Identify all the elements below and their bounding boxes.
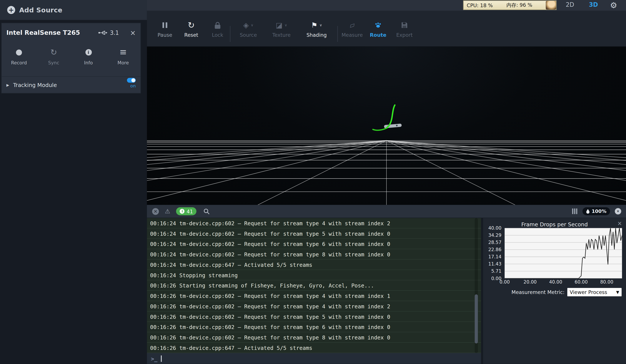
errors-filter-icon[interactable]: × — [152, 208, 159, 215]
y-tick-label: 34.29 — [488, 233, 501, 238]
export-button[interactable]: Export — [392, 20, 417, 38]
source-button[interactable]: ◈∨ Source — [235, 20, 261, 38]
shading-icon: ⚑ — [311, 22, 317, 29]
sync-label: Sync — [48, 60, 59, 66]
tab-2d[interactable]: 2D — [566, 1, 574, 8]
route-label: Route — [370, 32, 386, 38]
droplet-icon — [586, 209, 590, 214]
gear-icon[interactable]: ⚙ — [610, 0, 617, 10]
frame-drops-y-labels: 40.0034.2928.5722.8617.1411.435.710.00 — [483, 226, 501, 281]
record-icon — [16, 49, 22, 55]
metric-label: Measurement Metric: — [511, 289, 564, 295]
y-tick-label: 40.00 — [488, 226, 501, 231]
reset-button[interactable]: ↻ Reset — [178, 20, 204, 38]
sync-button[interactable]: ↻ Sync — [36, 47, 71, 76]
plus-icon: + — [7, 6, 15, 14]
left-panel: Intel RealSense T265 3.1 × Recor — [0, 20, 147, 364]
system-stats-box: CPU: 18 % 内存: 96 % — [463, 0, 557, 10]
y-tick-label: 5.71 — [491, 269, 502, 274]
usb-version-group: 3.1 — [98, 30, 119, 36]
shading-button[interactable]: ⚑∨ Shading — [304, 20, 329, 38]
info-button[interactable]: i Info — [71, 47, 106, 76]
source-icon: ◈ — [243, 22, 249, 29]
top-status-bar: CPU: 18 % 内存: 96 % 2D 3D ⚙ — [147, 0, 626, 11]
y-tick-label: 17.14 — [488, 254, 501, 259]
console-log[interactable]: 00:16:24 tm-device.cpp:602 – Request for… — [147, 218, 481, 353]
scrollbar-thumb[interactable] — [475, 294, 478, 344]
module-toggle[interactable] — [127, 78, 136, 83]
route-paw-icon — [375, 22, 382, 28]
y-tick-label: 11.43 — [488, 262, 501, 266]
expand-arrow-icon[interactable]: ▶ — [6, 83, 9, 87]
texture-label: Texture — [272, 32, 291, 38]
y-tick-label: 22.86 — [488, 247, 501, 252]
frame-drops-panel: Frame Drops per Second × 40.0034.2928.57… — [483, 218, 626, 364]
log-line: 00:16:26 tm-device.cpp:602 – Request for… — [147, 312, 481, 322]
log-line: 00:16:26 tm-device.cpp:602 – Request for… — [147, 301, 481, 312]
trajectory-layer — [147, 47, 626, 205]
metric-value: Viewer Process — [570, 289, 607, 295]
info-filter-badge[interactable]: i 41 — [176, 207, 197, 215]
sync-icon: ↻ — [50, 48, 57, 56]
measure-label: Measure — [342, 32, 363, 38]
device-name: Intel RealSense T265 — [6, 29, 80, 36]
usb-icon — [98, 31, 108, 35]
module-toggle-state: on — [130, 83, 136, 89]
tracking-module-label: Tracking Module — [13, 82, 57, 88]
pause-label: Pause — [157, 32, 172, 38]
log-line: 00:16:24 tm-device.cpp:602 – Request for… — [147, 249, 481, 260]
toolbar-separator — [230, 26, 231, 42]
console-scrollbar[interactable] — [475, 218, 478, 353]
add-source-label: Add Source — [19, 6, 62, 14]
device-card: Intel RealSense T265 3.1 × Recor — [1, 23, 141, 93]
opacity-control[interactable]: 100% — [583, 207, 610, 215]
route-button[interactable]: Route — [365, 20, 391, 38]
log-line: 00:16:26 tm-device.cpp:602 – Request for… — [147, 332, 481, 343]
avatar — [546, 1, 556, 10]
metric-select[interactable]: Viewer Process ▼ — [567, 288, 622, 296]
log-line: 00:16:26 tm-device.cpp:602 – Request for… — [147, 291, 481, 301]
texture-icon: ◪ — [276, 22, 283, 29]
add-source-bar[interactable]: + Add Source — [0, 0, 147, 20]
shading-label: Shading — [307, 32, 327, 38]
lock-button[interactable]: Lock — [205, 20, 231, 38]
search-icon[interactable] — [203, 208, 210, 215]
log-line: 00:16:24 tm-device.cpp:647 – Activated 5… — [147, 260, 481, 270]
texture-button[interactable]: ◪∨ Texture — [269, 20, 294, 38]
toolbar-separator — [337, 26, 338, 42]
chevron-down-icon: ∨ — [319, 23, 322, 27]
console-command-input[interactable]: >_ — [147, 353, 481, 364]
log-columns-icon[interactable] — [572, 208, 578, 214]
terminal-prompt-icon: >_ — [151, 355, 157, 362]
export-label: Export — [396, 32, 413, 38]
dropdown-arrow-icon: ▼ — [616, 290, 619, 294]
x-tick-label: 20.00 — [524, 279, 537, 285]
log-line: 00:16:24 Stopping streaming — [147, 270, 481, 281]
pause-button[interactable]: Pause — [152, 20, 178, 38]
viewport-3d[interactable] — [147, 47, 626, 205]
device-title-row: Intel RealSense T265 3.1 × — [1, 23, 140, 42]
tab-3d[interactable]: 3D — [589, 1, 598, 8]
realsense-viewer-window: + Add Source Intel RealSense T265 3.1 × — [0, 0, 626, 364]
device-close-icon[interactable]: × — [130, 29, 136, 36]
warnings-filter-icon[interactable]: ⚠ — [165, 208, 170, 214]
record-button[interactable]: Record — [1, 47, 36, 76]
measure-button[interactable]: ▱ Measure — [339, 20, 365, 38]
frame-drops-plot — [505, 228, 622, 278]
console-toolbar: × ⚠ i 41 100% ▾ — [147, 205, 626, 218]
info-count: 41 — [187, 208, 193, 214]
text-caret — [161, 355, 162, 362]
collapse-console-button[interactable]: ▾ — [615, 208, 621, 214]
viewport-toolbar: Pause ↻ Reset Lock ◈∨ Source ◪∨ Texture … — [147, 11, 626, 47]
chart-close-icon[interactable]: × — [617, 220, 622, 226]
lock-icon — [215, 25, 220, 29]
more-button[interactable]: ≡ More — [106, 47, 141, 76]
info-icon: i — [180, 209, 185, 214]
info-icon: i — [85, 49, 91, 55]
source-label: Source — [240, 32, 257, 38]
x-tick-label: 40.00 — [549, 279, 562, 285]
log-line: 00:16:26 tm-device.cpp:647 – Activated 5… — [147, 343, 481, 353]
x-tick-label: 0.00 — [500, 279, 510, 285]
tracking-module-row[interactable]: ▶ Tracking Module on — [1, 76, 140, 93]
usb-version: 3.1 — [110, 30, 119, 36]
